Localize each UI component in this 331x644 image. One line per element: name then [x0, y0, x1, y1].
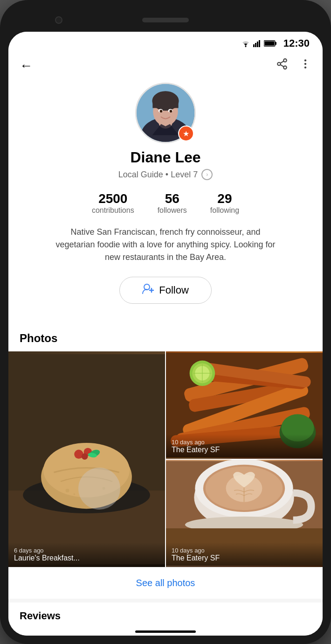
- bio-text: Native San Franciscan, french fry connoi…: [54, 226, 277, 264]
- reviews-section-title: Reviews: [8, 599, 323, 626]
- svg-point-36: [82, 453, 88, 460]
- stats-row: 2500 contributions 56 followers 29 follo…: [22, 191, 309, 215]
- followers-value: 56: [165, 191, 179, 206]
- svg-point-24: [160, 110, 163, 112]
- svg-point-10: [283, 66, 287, 69]
- photo-overlay-1: 10 days ago The Eatery SF: [166, 434, 323, 459]
- following-label: following: [210, 206, 239, 215]
- photo-item-2[interactable]: 10 days ago The Eatery SF: [166, 460, 323, 567]
- avatar-container: [135, 83, 196, 143]
- phone-screen: 12:30 ←: [8, 32, 323, 636]
- phone-speaker: [142, 18, 189, 22]
- svg-rect-3: [257, 42, 258, 47]
- followers-label: followers: [158, 206, 187, 215]
- status-icons: [241, 40, 277, 47]
- bottom-indicator: [8, 626, 323, 636]
- share-icon[interactable]: [276, 58, 288, 73]
- status-time: 12:30: [283, 37, 310, 49]
- svg-line-12: [280, 61, 283, 63]
- photo-bg-scone: [8, 351, 165, 567]
- photos-section: Photos: [8, 327, 323, 599]
- follow-label: Follow: [159, 284, 189, 296]
- see-all-photos-button[interactable]: See all photos: [8, 567, 323, 599]
- following-value: 29: [217, 191, 232, 206]
- back-button[interactable]: ←: [20, 58, 33, 73]
- phone-camera: [55, 16, 62, 24]
- svg-point-8: [283, 59, 287, 62]
- top-nav: ←: [8, 53, 323, 78]
- svg-point-25: [170, 110, 172, 112]
- photo-time-1: 10 days ago: [172, 439, 317, 446]
- svg-point-13: [304, 59, 306, 61]
- svg-rect-7: [264, 42, 274, 46]
- level-chevron-icon[interactable]: ›: [201, 169, 213, 180]
- stat-following[interactable]: 29 following: [210, 191, 239, 215]
- photo-time-2: 10 days ago: [172, 547, 317, 554]
- contributions-value: 2500: [98, 191, 127, 206]
- local-guide-badge: [178, 126, 194, 141]
- phone-top-bar: [8, 8, 323, 32]
- signal-icon: [253, 40, 262, 47]
- status-bar: 12:30: [8, 32, 323, 53]
- profile-section: Diane Lee Local Guide • Level 7 › 2500 c…: [8, 78, 323, 327]
- svg-point-15: [304, 66, 306, 68]
- svg-rect-2: [255, 43, 256, 47]
- photo-item-1[interactable]: 10 days ago The Eatery SF: [166, 351, 323, 459]
- svg-rect-1: [253, 44, 255, 47]
- svg-point-9: [277, 63, 281, 66]
- phone-frame: 12:30 ←: [0, 0, 331, 644]
- svg-rect-21: [152, 103, 178, 108]
- nav-actions: [276, 58, 311, 73]
- app-content[interactable]: ←: [8, 53, 323, 626]
- follow-button[interactable]: Follow: [119, 277, 212, 304]
- svg-point-41: [73, 493, 75, 495]
- photo-time-0: 6 days ago: [14, 547, 159, 554]
- svg-point-0: [245, 46, 246, 47]
- more-icon[interactable]: [299, 58, 311, 73]
- photo-place-2: The Eatery SF: [172, 554, 317, 562]
- photos-grid: 6 days ago Laurie's Breakfast...: [8, 351, 323, 567]
- svg-rect-6: [275, 42, 276, 45]
- subtitle-text: Local Guide • Level 7: [118, 170, 198, 180]
- stat-followers[interactable]: 56 followers: [158, 191, 187, 215]
- photo-overlay-2: 10 days ago The Eatery SF: [166, 542, 323, 567]
- profile-name: Diane Lee: [130, 149, 200, 166]
- follow-icon: [142, 284, 154, 297]
- svg-point-39: [66, 489, 69, 492]
- battery-icon: [264, 40, 277, 47]
- photo-overlay-0: 6 days ago Laurie's Breakfast...: [8, 542, 165, 567]
- contributions-label: contributions: [92, 206, 134, 215]
- svg-point-14: [304, 63, 306, 65]
- photo-place-1: The Eatery SF: [172, 446, 317, 454]
- svg-line-11: [280, 65, 283, 67]
- home-indicator: [135, 630, 196, 633]
- ripple-effect: [78, 468, 120, 510]
- svg-rect-4: [259, 40, 260, 47]
- wifi-icon: [241, 40, 251, 47]
- profile-subtitle: Local Guide • Level 7 ›: [118, 169, 213, 180]
- stat-contributions[interactable]: 2500 contributions: [92, 191, 134, 215]
- photo-item-0[interactable]: 6 days ago Laurie's Breakfast...: [8, 351, 165, 567]
- photo-place-0: Laurie's Breakfast...: [14, 554, 159, 562]
- photos-section-title: Photos: [8, 327, 323, 351]
